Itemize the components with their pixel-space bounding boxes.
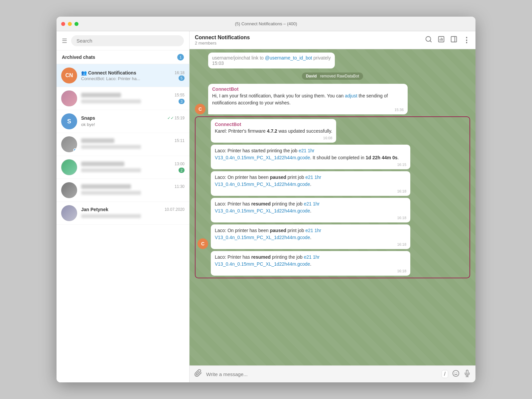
msg-print-start: Laco: Printer has started printing the j… [198,145,467,169]
chat-header-name: Connect Notifications [195,35,250,41]
msg-bubble-paused-2: Laco: On printer has been paused print j… [211,224,410,249]
chat-item-2[interactable]: 15:55 3 [57,87,189,110]
chat-preview-row-5: 2 [81,168,185,173]
msg-text-1: Hi, I am your first notification, thank … [212,92,404,106]
msg-bubble-resumed-1: Laco: Printer has resumed printing the j… [211,198,410,222]
emoji-icon[interactable] [452,370,460,379]
attach-icon[interactable] [194,369,202,379]
chat-panel: Connect Notifications 2 members ⋮ [190,31,475,382]
gcode-link-4[interactable]: e21 1hr V13_0.4n_0.15mm_PC_XL_1d22h44m.g… [215,228,321,240]
chat-info-snaps: Snaps ✓✓15:19 ok bye! [81,115,185,127]
chat-preview-blur-5 [81,168,141,172]
slash-button[interactable]: / [442,370,448,378]
chat-item-5[interactable]: 13:00 2 [57,156,189,179]
msg-bubble-resumed-2: Laco: Printer has resumed printing the j… [211,251,410,276]
selected-messages-group: ConnectBot Karel: Pritnter's firmware 4.… [195,116,470,278]
chat-info-6: 11:30 [81,184,185,196]
msg-time-6: 16:18 [215,242,406,246]
msg-time-5: 16:18 [215,216,406,220]
msg-bubble-paused-1: Laco: On printer has been paused print j… [211,171,410,196]
chat-name-blur-4 [81,138,114,143]
archived-header: Archived chats 1 [57,51,189,64]
avatar-6 [61,182,77,198]
avatar-jan [61,205,77,221]
archived-badge: 1 [177,54,184,61]
unread-badge: 5 [179,75,185,81]
chat-name-jan: Jan Petynek [81,207,108,212]
minimize-button[interactable] [68,22,72,26]
chat-item-6[interactable]: 11:30 [57,179,189,202]
chat-preview-row: ConnectBot: Laco: Printer ha... 5 [81,75,185,81]
msg-time-7: 16:18 [215,269,406,273]
chat-item-connect-notifications[interactable]: CN 👥Connect Notifications 16:18 ConnectB… [57,64,189,87]
maximize-button[interactable] [74,22,78,26]
msg-paused-1: Laco: On printer has been paused print j… [198,171,467,196]
search-input[interactable] [71,35,184,46]
chat-header-members: 2 members [195,41,250,46]
avatar-2 [61,90,77,106]
more-icon[interactable]: ⋮ [463,36,470,45]
chat-list: CN 👥Connect Notifications 16:18 ConnectB… [57,64,189,382]
chat-time-jan: 10.07.2020 [165,207,185,212]
close-button[interactable] [61,22,65,26]
chat-preview-blur-6 [81,191,141,195]
msg-text-3: Laco: Printer has started printing the j… [215,147,406,161]
msg-partial-row: username/joinchat link to @username_to_i… [195,53,470,68]
chat-time: 16:18 [175,70,185,75]
chat-info-4: 15:11 [81,138,185,150]
msg-sender-1: ConnectBot [212,86,404,92]
chat-name-row-4: 15:11 [81,138,185,143]
msg-firmware: ConnectBot Karel: Pritnter's firmware 4.… [198,119,467,143]
msg-text-4: Laco: On printer has been paused print j… [215,174,406,188]
chat-preview-row-6 [81,190,185,196]
chat-item-snaps[interactable]: S Snaps ✓✓15:19 ok bye! [57,110,189,133]
avatar-5 [61,159,77,175]
svg-rect-6 [451,37,457,42]
chat-item-4[interactable]: 15:11 [57,133,189,156]
msg-partial-link[interactable]: @username_to_id_bot [265,55,312,61]
msg-text-6: Laco: On printer has been paused print j… [215,227,406,241]
chat-header: Connect Notifications 2 members ⋮ [190,31,475,49]
chat-time-5: 13:00 [175,162,185,166]
system-msg: David removed RawDataBot [195,72,470,80]
msg-partial-text-before: username/joinchat link to [212,55,265,61]
chat-name-blur-6 [81,184,131,189]
msg-partial-text-after: privately [314,55,331,61]
messages-area: username/joinchat link to @username_to_i… [190,49,475,365]
chat-item-jan[interactable]: Jan Petynek 10.07.2020 [57,202,189,225]
gcode-link-1[interactable]: e21 1hr V13_0.4n_0.15mm_PC_XL_1d22h44m.g… [215,148,315,160]
msg-text-7: Laco: Printer has resumed printing the j… [215,254,406,268]
msg-avatar-c2: C [198,238,208,249]
msg-adjust-link[interactable]: adjust [345,93,357,98]
chat-header-info: Connect Notifications 2 members [195,35,250,46]
chat-preview-blur-2 [81,99,141,103]
msg-bubble-first: ConnectBot Hi, I am your first notificat… [208,84,408,114]
search-icon[interactable] [425,36,432,45]
chat-preview: ConnectBot: Laco: Printer ha... [81,76,140,81]
chat-name-blur-2 [81,93,121,97]
chat-preview-row-snaps: ok bye! [81,121,185,127]
msg-bubble-print-start: Laco: Printer has started printing the j… [211,145,410,169]
chat-preview-blur-jan [81,214,141,218]
chat-info-2: 15:55 3 [81,93,185,104]
avatar-s: S [61,113,77,129]
msg-sender-2: ConnectBot [215,122,332,127]
unread-badge-2: 3 [179,99,185,104]
msg-text-2: Karel: Pritnter's firmware 4.7.2 was upd… [215,128,332,135]
chat-info-jan: Jan Petynek 10.07.2020 [81,207,185,219]
hamburger-icon[interactable]: ☰ [62,37,67,45]
mic-icon[interactable] [464,370,471,379]
chat-name-snaps: Snaps [81,115,95,121]
chat-name-row: 👥Connect Notifications 16:18 [81,70,185,75]
chat-name-blur-5 [81,162,124,166]
chat-time-4: 15:11 [175,138,185,143]
sidebar: ☰ Archived chats 1 CN 👥Connect Notifica [57,31,190,382]
sidebar-toggle-icon[interactable] [450,36,458,45]
poll-icon[interactable] [438,36,445,45]
msg-avatar-c: C [195,104,205,114]
gcode-link-2[interactable]: e21 1hr V13_0.4n_0.15mm_PC_XL_1d22h44m.g… [215,175,321,187]
msg-partial-time: 15:03 [212,61,331,66]
chat-name-row-2: 15:55 [81,93,185,97]
msg-time-4: 16:18 [215,189,406,193]
message-input[interactable] [206,371,438,377]
